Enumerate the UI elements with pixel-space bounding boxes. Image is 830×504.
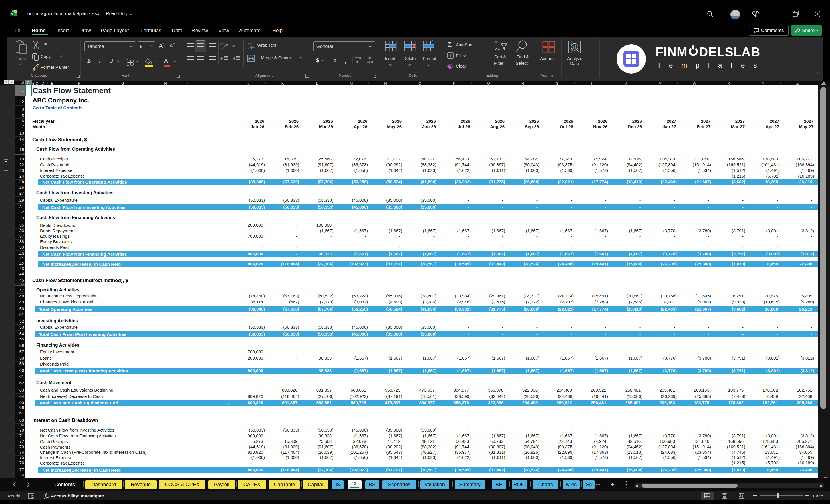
svg-text:Z: Z xyxy=(494,47,497,52)
svg-text:.00: .00 xyxy=(367,57,371,60)
svg-text:0: 0 xyxy=(371,61,373,64)
svg-text:ab: ab xyxy=(248,42,252,46)
svg-text:.00: .00 xyxy=(355,61,359,64)
svg-text:x: x xyxy=(11,12,13,16)
svg-text:ab: ab xyxy=(220,42,224,46)
svg-text:0: 0 xyxy=(359,57,361,60)
svg-text:A: A xyxy=(494,40,498,45)
svg-text:c: c xyxy=(248,46,249,50)
